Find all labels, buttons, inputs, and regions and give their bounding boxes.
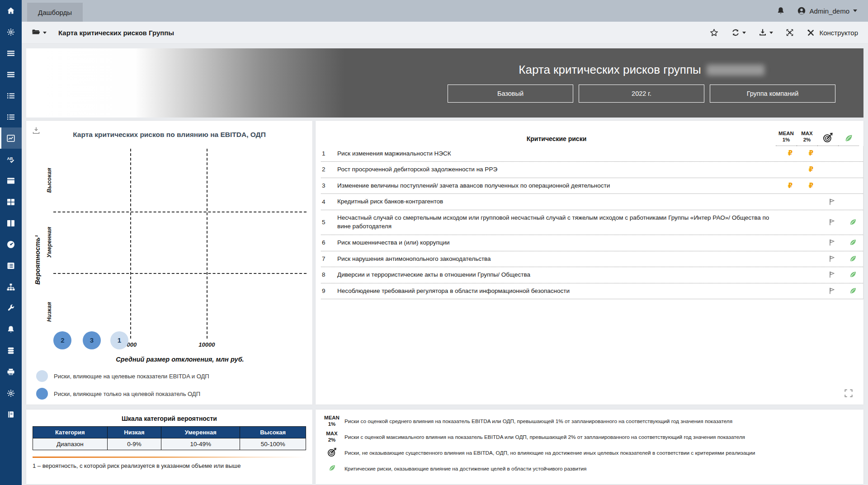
svg-text:AB: AB	[7, 156, 13, 161]
orange-divider	[33, 457, 306, 458]
y-band-label: Высокая	[46, 168, 52, 193]
filter-button[interactable]: 2022 г.	[579, 85, 704, 103]
sidebar-item-menu-1[interactable]	[0, 42, 22, 64]
user-menu[interactable]: Admin_demo	[797, 6, 857, 15]
scale-header-cell: Категория	[33, 427, 108, 438]
sidebar-item-database[interactable]	[0, 340, 22, 361]
legend-key	[321, 447, 343, 459]
sidebar-item-gauge[interactable]	[0, 234, 22, 255]
legend-item: Критические риски, оказывающие влияние н…	[321, 461, 856, 476]
sidebar-item-notifications[interactable]	[0, 319, 22, 340]
sidebar-item-home[interactable]	[0, 0, 22, 21]
chart-plot: Вероятность¹ 500010000ВысокаяУмереннаяНи…	[53, 149, 307, 350]
user-avatar-icon	[797, 6, 806, 15]
legend-key: MAX2%	[321, 431, 343, 443]
sidebar-item-wrench[interactable]	[0, 297, 22, 319]
wrench-icon	[6, 304, 15, 313]
chevron-down-icon	[742, 32, 746, 34]
sidebar-item-card[interactable]	[0, 170, 22, 191]
bars-icon	[6, 70, 15, 79]
notifications-bell-icon[interactable]	[776, 6, 785, 15]
chart-title: Карта критических рисков по влиянию на E…	[26, 131, 312, 139]
sidebar-item-table[interactable]	[0, 191, 22, 212]
scale-value-cell: Диапазон	[33, 438, 108, 450]
risk-bubble[interactable]: 2	[53, 331, 71, 349]
sidebar-item-list-2[interactable]	[0, 106, 22, 127]
scale-title: Шкала категорий вероятности	[26, 415, 312, 422]
sidebar-item-list-box[interactable]	[0, 255, 22, 276]
scale-value-cell: 50-100%	[240, 438, 306, 450]
risk-description: Риск изменения маржинальности НЭСК	[337, 149, 780, 158]
favorite-star-icon[interactable]	[709, 28, 719, 38]
sidebar-item-settings-2[interactable]	[0, 382, 22, 404]
chart-line-icon	[6, 134, 15, 143]
grid-dashed-hline	[53, 273, 307, 274]
risk-number: 3	[321, 182, 337, 189]
ruble-icon: ₽	[788, 182, 793, 190]
sidebar-item-list-1[interactable]	[0, 85, 22, 106]
sidebar-item-dashboards-active[interactable]	[0, 127, 22, 149]
sidebar-item-sitemap[interactable]	[0, 276, 22, 297]
y-band-label: Низкая	[46, 302, 52, 322]
list-icon	[6, 91, 15, 100]
refresh-button[interactable]	[731, 28, 746, 37]
export-button[interactable]	[758, 28, 773, 37]
flag-icon	[828, 198, 836, 206]
legend-key: MEAN1%	[321, 415, 343, 428]
chevron-down-icon	[769, 32, 773, 34]
expand-panel-icon[interactable]	[844, 388, 854, 398]
username: Admin_demo	[810, 7, 849, 15]
risk-description: Кредитный риск банков-контрагентов	[337, 197, 780, 206]
risk-table-row: 9Несоблюдение требований регулятора в об…	[321, 283, 863, 300]
risk-number: 7	[321, 255, 337, 262]
risk-bubble[interactable]: 3	[83, 331, 101, 349]
grid-dashed-hline	[53, 212, 307, 212]
risk-mark-cell: ₽	[801, 182, 821, 190]
sidebar-item-columns[interactable]	[0, 212, 22, 234]
card-icon	[6, 176, 15, 185]
y-axis-label: Вероятность¹	[34, 235, 41, 285]
chart-legend-item: Риски, влияющие только на целевой показа…	[36, 388, 209, 400]
risk-number: 2	[321, 166, 337, 173]
risk-table-row: 4Кредитный риск банков-контрагентов	[321, 194, 863, 210]
risk-map-panel: Карта критических рисков по влиянию на E…	[26, 121, 312, 405]
sidebar-item-menu-2[interactable]	[0, 64, 22, 85]
legend-item: MEAN1%Риски со оценкой среднего влияния …	[321, 414, 856, 429]
chart-legend: Риски, влияющие на целевые показатели EB…	[36, 370, 209, 400]
filter-button[interactable]: Базовый	[448, 85, 573, 103]
scale-value-cell: 0-9%	[107, 438, 161, 450]
gear-icon	[6, 28, 15, 37]
fullscreen-arrows-icon[interactable]	[785, 28, 794, 37]
spellcheck-icon: AB	[6, 155, 15, 164]
risk-bubble[interactable]: 1	[110, 331, 128, 349]
risk-mark-cell	[842, 238, 863, 247]
constructor-button[interactable]: Конструктор	[807, 28, 858, 37]
leaf-icon	[849, 218, 857, 226]
risk-description: Рост просроченной дебиторской задолженно…	[337, 165, 780, 174]
legend-swatch	[36, 388, 48, 400]
sidebar-item-spellcheck[interactable]: AB	[0, 149, 22, 170]
flag-icon	[828, 254, 836, 263]
risk-number: 6	[321, 239, 337, 246]
ruble-icon: ₽	[809, 182, 813, 190]
risk-mark-cell	[821, 198, 842, 206]
risk-mark-cell: ₽	[801, 149, 821, 157]
home-icon	[6, 6, 15, 15]
leaf-icon	[849, 270, 857, 279]
company-name-redacted	[707, 65, 764, 75]
scale-value-cell: 10-49%	[161, 438, 240, 450]
sidebar-item-settings[interactable]	[0, 21, 22, 42]
leaf-icon	[844, 133, 854, 143]
risk-number: 1	[321, 150, 337, 157]
column-max-header: MAX2%	[797, 131, 817, 146]
sidebar-item-print[interactable]	[0, 361, 22, 382]
sidebar-item-journal[interactable]	[0, 404, 22, 425]
tab-dashboards[interactable]: Дашборды	[27, 3, 83, 22]
risk-description: Несчастный случай со смертельным исходом…	[337, 213, 780, 231]
risk-description: Риск нарушения антимонопольного законода…	[337, 254, 780, 264]
grid-dashed-vline	[207, 149, 208, 339]
risk-description: Изменение величины поступлений/ зачета а…	[337, 181, 780, 190]
chart-legend-item: Риски, влияющие на целевые показатели EB…	[36, 370, 209, 382]
folder-menu-button[interactable]	[32, 28, 47, 37]
filter-button[interactable]: Группа компаний	[710, 85, 835, 103]
